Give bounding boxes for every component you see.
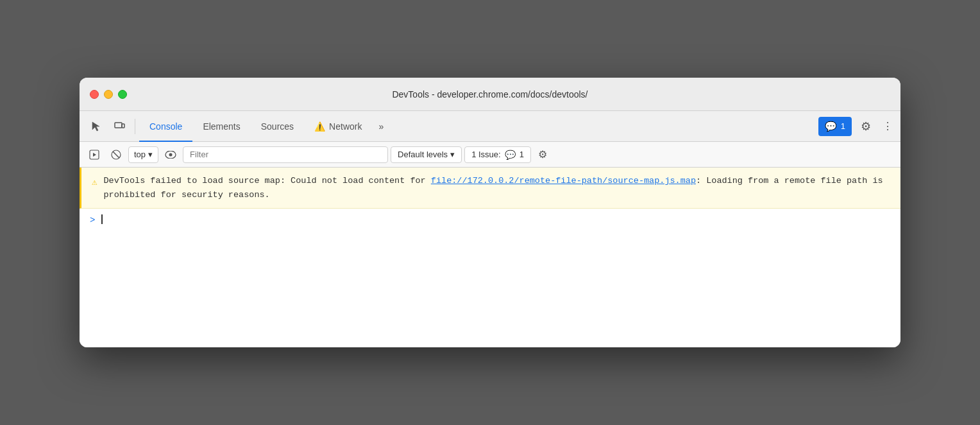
console-input-row: > — [80, 209, 900, 230]
eye-button[interactable] — [161, 145, 180, 164]
device-icon — [114, 121, 125, 132]
dropdown-arrow-icon: ▾ — [148, 150, 153, 159]
settings-button[interactable]: ⚙ — [856, 116, 876, 137]
filter-input[interactable] — [183, 146, 388, 163]
gear-icon: ⚙ — [861, 119, 871, 134]
issue-chat-icon: 💬 — [505, 150, 516, 160]
eye-icon — [165, 151, 176, 159]
svg-rect-0 — [115, 123, 122, 128]
clear-icon — [111, 150, 121, 160]
more-icon: ⋮ — [883, 120, 893, 132]
svg-rect-1 — [122, 124, 124, 128]
close-button[interactable] — [90, 90, 99, 99]
console-content: ⚠ DevTools failed to load source map: Co… — [80, 168, 900, 347]
levels-arrow-icon: ▾ — [450, 150, 455, 159]
cursor-icon — [90, 121, 102, 132]
tab-network[interactable]: ⚠️ Network — [304, 111, 372, 142]
console-gear-icon: ⚙ — [538, 148, 547, 160]
console-prompt: > — [90, 215, 95, 225]
tab-console[interactable]: Console — [139, 111, 192, 142]
console-toolbar: top ▾ Default levels ▾ 1 Issue: 💬 1 ⚙ — [80, 142, 900, 168]
warning-message: ⚠ DevTools failed to load source map: Co… — [80, 168, 900, 209]
minimize-button[interactable] — [104, 90, 113, 99]
tab-sources[interactable]: Sources — [251, 111, 304, 142]
device-toggle-button[interactable] — [108, 115, 131, 138]
svg-line-5 — [113, 152, 119, 158]
context-selector[interactable]: top ▾ — [128, 146, 158, 163]
console-settings-button[interactable]: ⚙ — [534, 146, 552, 164]
inspect-element-button[interactable] — [85, 115, 108, 138]
more-tabs-button[interactable]: » — [372, 111, 390, 142]
svg-point-7 — [169, 153, 173, 156]
feedback-badge-button[interactable]: 💬 1 — [818, 117, 852, 136]
log-level-selector[interactable]: Default levels ▾ — [391, 146, 462, 163]
clear-console-button[interactable] — [106, 145, 126, 164]
maximize-button[interactable] — [118, 90, 127, 99]
warning-icon: ⚠️ — [314, 121, 325, 132]
issues-counter-button[interactable]: 1 Issue: 💬 1 — [464, 146, 531, 163]
tabs-separator — [135, 119, 135, 134]
console-input[interactable] — [101, 214, 103, 224]
devtools-window: DevTools - developer.chrome.com/docs/dev… — [80, 78, 900, 347]
window-title: DevTools - developer.chrome.com/docs/dev… — [392, 89, 587, 100]
devtools-tabbar: Console Elements Sources ⚠️ Network » 💬 … — [80, 111, 900, 142]
chat-icon: 💬 — [825, 121, 837, 132]
tabs-right-actions: 💬 1 ⚙ ⋮ — [818, 116, 895, 137]
traffic-lights — [90, 90, 127, 99]
warning-triangle-icon: ⚠ — [92, 175, 97, 189]
source-map-link[interactable]: file://172.0.0.2/remote-file-path/source… — [431, 176, 696, 186]
tab-elements[interactable]: Elements — [192, 111, 250, 142]
run-icon — [89, 150, 99, 160]
warning-text: DevTools failed to load source map: Coul… — [103, 174, 890, 202]
svg-marker-3 — [93, 153, 96, 157]
more-options-button[interactable]: ⋮ — [880, 116, 895, 137]
titlebar: DevTools - developer.chrome.com/docs/dev… — [80, 78, 900, 111]
run-scripts-button[interactable] — [85, 145, 104, 164]
